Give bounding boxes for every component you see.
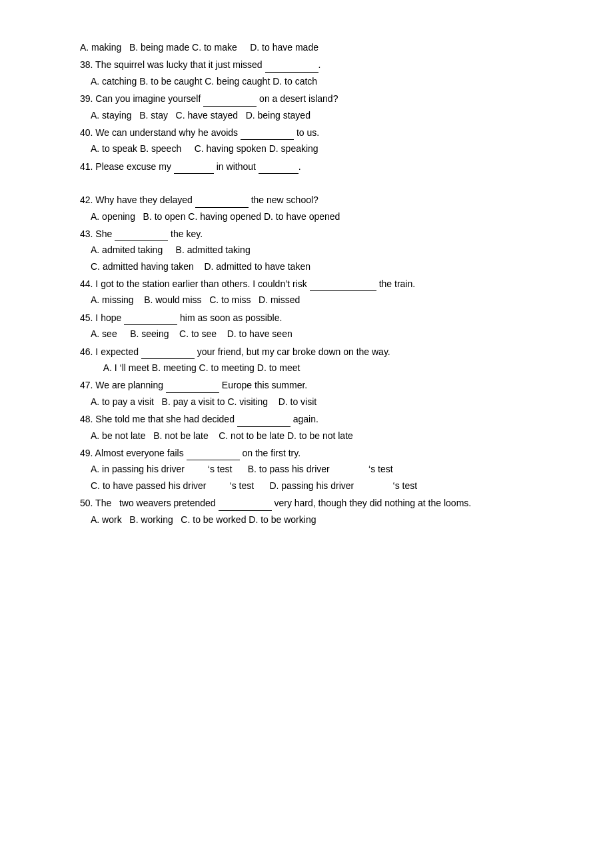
blank-38 <box>265 63 318 73</box>
answer-43b: C. admitted having taken D. admitted to … <box>80 259 533 274</box>
blank-39 <box>203 97 257 107</box>
blank-50 <box>219 502 272 511</box>
question-43: 43. She the key. A. admited taking B. ad… <box>80 226 533 274</box>
blank-41a <box>174 165 214 174</box>
question-47-text: 47. We are planning Europe this summer. <box>80 378 533 392</box>
question-39-text: 39. Can you imagine yourself on a desert… <box>80 91 533 106</box>
question-46-text: 46. I expected your friend, but my car b… <box>80 344 533 359</box>
answer-42: A. opening B. to open C. having opened D… <box>80 209 533 224</box>
answer-49b: C. to have passed his driver ‘s test D. … <box>80 478 533 493</box>
spacer-1 <box>80 177 533 193</box>
question-42: 42. Why have they delayed the new school… <box>80 193 533 224</box>
question-49: 49. Almost everyone fails on the first t… <box>80 446 533 493</box>
question-47: 47. We are planning Europe this summer. … <box>80 378 533 409</box>
answer-38: A. catching B. to be caught C. being cau… <box>80 74 533 89</box>
question-43-text: 43. She the key. <box>80 226 533 241</box>
answer-39: A. staying B. stay C. have stayed D. bei… <box>80 108 533 123</box>
question-49-text: 49. Almost everyone fails on the first t… <box>80 446 533 460</box>
question-48: 48. She told me that she had decided aga… <box>80 412 533 443</box>
answer-45: A. see B. seeing C. to see D. to have se… <box>80 326 533 341</box>
blank-40 <box>241 131 294 140</box>
blank-48 <box>237 418 291 427</box>
blank-42 <box>195 199 249 208</box>
question-41: 41. Please excuse my in without . <box>80 159 533 174</box>
pre-answer-line: A. making B. being made C. to make D. to… <box>80 40 533 55</box>
question-39: 39. Can you imagine yourself on a desert… <box>80 91 533 123</box>
blank-49 <box>187 451 240 460</box>
blank-41b <box>259 165 299 174</box>
question-44: 44. I got to the station earlier than ot… <box>80 276 533 308</box>
blank-43 <box>115 232 168 241</box>
answer-48: A. be not late B. not be late C. not to … <box>80 428 533 443</box>
answer-46: A. I ‘ll meet B. meeting C. to meeting D… <box>80 360 533 375</box>
question-50: 50. The two weavers pretended very hard,… <box>80 496 533 527</box>
answer-40: A. to speak B. speech C. having spoken D… <box>80 141 533 156</box>
question-40-text: 40. We can understand why he avoids to u… <box>80 125 533 140</box>
answer-47: A. to pay a visit B. pay a visit to C. v… <box>80 394 533 409</box>
answer-44: A. missing B. would miss C. to miss D. m… <box>80 292 533 307</box>
answer-43a: A. admited taking B. admitted taking <box>80 242 533 257</box>
answer-49a: A. in passing his driver ‘s test B. to p… <box>80 462 533 476</box>
question-44-text: 44. I got to the station earlier than ot… <box>80 276 533 291</box>
question-41-text: 41. Please excuse my in without . <box>80 159 533 174</box>
question-48-text: 48. She told me that she had decided aga… <box>80 412 533 426</box>
blank-46 <box>141 350 195 359</box>
answer-options: A. making B. being made C. to make D. to… <box>80 40 533 55</box>
question-46: 46. I expected your friend, but my car b… <box>80 344 533 376</box>
question-42-text: 42. Why have they delayed the new school… <box>80 193 533 207</box>
question-38-text: 38. The squirrel was lucky that it just … <box>80 57 533 72</box>
question-50-text: 50. The two weavers pretended very hard,… <box>80 496 533 510</box>
question-45-text: 45. I hope him as soon as possible. <box>80 310 533 325</box>
blank-44 <box>310 282 376 291</box>
question-40: 40. We can understand why he avoids to u… <box>80 125 533 157</box>
question-38: 38. The squirrel was lucky that it just … <box>80 57 533 89</box>
question-45: 45. I hope him as soon as possible. A. s… <box>80 310 533 342</box>
blank-47 <box>166 384 219 393</box>
blank-45 <box>124 316 177 325</box>
answer-50: A. work B. working C. to be worked D. to… <box>80 512 533 527</box>
page-content: A. making B. being made C. to make D. to… <box>80 40 533 527</box>
